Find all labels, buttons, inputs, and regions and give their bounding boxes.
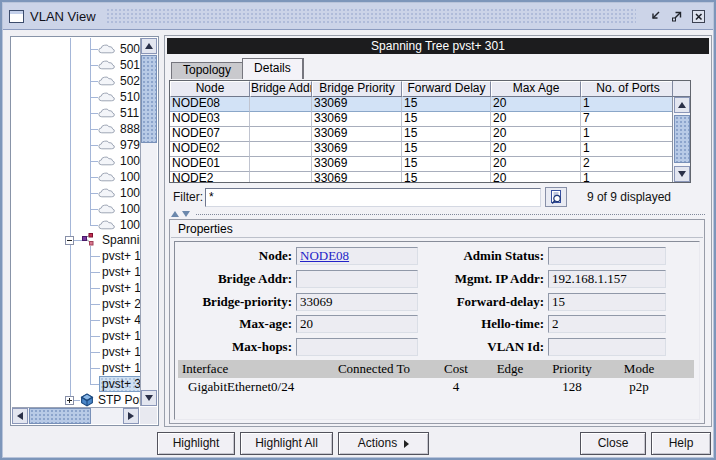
tree-item-vlan[interactable]: 502 bbox=[12, 73, 140, 89]
tree-item-vlan[interactable]: 1004 bbox=[12, 201, 140, 217]
cell-node: NODE08 bbox=[170, 97, 250, 112]
splitter-dotted-line bbox=[196, 214, 705, 215]
table-row[interactable]: NODE083306915201 bbox=[170, 97, 672, 112]
tree-hscroll-thumb[interactable] bbox=[29, 408, 91, 424]
close-button[interactable]: Close bbox=[580, 432, 646, 455]
tree-item-vlan[interactable]: 888 bbox=[12, 121, 140, 137]
tree-item-pvst[interactable]: pvst+ 10 bbox=[12, 264, 140, 280]
highlight-button[interactable]: Highlight bbox=[157, 432, 235, 455]
tree-item-stp-ports[interactable]: STP Por bbox=[12, 392, 140, 407]
tree-item-label: pvst+ 22 bbox=[102, 296, 140, 312]
tree-item-vlan[interactable]: 500 bbox=[12, 41, 140, 57]
vlan-cloud-icon bbox=[97, 171, 116, 183]
column-header-edge[interactable]: Edge bbox=[482, 360, 538, 378]
stp-ports-cube-icon bbox=[79, 393, 95, 407]
tree-vscroll-thumb[interactable] bbox=[141, 55, 157, 143]
vlan-id-field bbox=[548, 338, 666, 356]
splitter-down-icon[interactable] bbox=[182, 211, 190, 217]
tree-item-vlan[interactable]: 510 bbox=[12, 89, 140, 105]
tree-horizontal-scrollbar[interactable] bbox=[12, 407, 139, 424]
split-pane-divider[interactable] bbox=[169, 210, 705, 218]
close-window-icon[interactable] bbox=[689, 7, 707, 25]
tab-topology[interactable]: Topology bbox=[171, 62, 243, 79]
column-header-cost[interactable]: Cost bbox=[430, 360, 482, 378]
collapse-expander-icon[interactable] bbox=[65, 236, 74, 245]
column-header-max-age[interactable]: Max Age bbox=[491, 81, 581, 97]
tree-item-vlan[interactable]: 1000 bbox=[12, 153, 140, 169]
bridge-addr-field bbox=[296, 270, 418, 288]
tree-item-label: pvst+ 12 bbox=[102, 344, 140, 360]
tree-item-pvst-selected[interactable]: pvst+ 30 bbox=[12, 376, 140, 392]
tree-item-vlan[interactable]: 1002 bbox=[12, 169, 140, 185]
table-vertical-scrollbar[interactable] bbox=[672, 97, 690, 182]
minimize-icon[interactable] bbox=[647, 7, 665, 25]
tree-item-pvst[interactable]: pvst+ 1 bbox=[12, 248, 140, 264]
table-row[interactable]: NODE013306915202 bbox=[170, 157, 672, 172]
interface-table-header: Interface Connected To Cost Edge Priorit… bbox=[178, 360, 694, 378]
forward-delay-label: Forward-delay: bbox=[422, 294, 544, 310]
tree-item-label: 502 bbox=[120, 73, 140, 89]
tree-item-pvst[interactable]: pvst+ 22 bbox=[12, 296, 140, 312]
scroll-down-icon[interactable] bbox=[674, 166, 690, 182]
column-header-priority[interactable]: Priority bbox=[538, 360, 606, 378]
cell-priority: 128 bbox=[538, 378, 606, 397]
column-header-bridge-priority[interactable]: Bridge Priority bbox=[312, 81, 402, 97]
actions-button[interactable]: Actions bbox=[338, 432, 429, 455]
table-vscroll-thumb[interactable] bbox=[674, 115, 690, 163]
cell-bridge-addr bbox=[250, 97, 312, 112]
tree-vertical-scrollbar[interactable] bbox=[140, 38, 157, 406]
tree-item-pvst[interactable]: pvst+ 12 bbox=[12, 344, 140, 360]
tree-item-vlan[interactable]: 501 bbox=[12, 57, 140, 73]
table-row[interactable]: NODE023306915201 bbox=[170, 142, 672, 157]
tree-item-spanning-tree[interactable]: Spannin bbox=[12, 232, 140, 248]
column-header-interface[interactable]: Interface bbox=[178, 360, 318, 378]
bridge-priority-field: 33069 bbox=[296, 293, 418, 311]
tree-item-pvst[interactable]: pvst+ 12 bbox=[12, 328, 140, 344]
column-header-connected-to[interactable]: Connected To bbox=[318, 360, 430, 378]
scroll-up-icon[interactable] bbox=[141, 38, 157, 54]
max-age-label: Max-age: bbox=[178, 316, 292, 332]
tree-item-label: 500 bbox=[120, 41, 140, 57]
column-header-mode[interactable]: Mode bbox=[606, 360, 672, 378]
scroll-up-icon[interactable] bbox=[674, 97, 690, 113]
cell-bridge-addr bbox=[250, 112, 312, 127]
table-row[interactable]: NODE23306915201 bbox=[170, 172, 672, 182]
window-titlebar[interactable]: VLAN View bbox=[3, 3, 713, 30]
vlan-cloud-icon bbox=[97, 43, 116, 55]
max-hops-field bbox=[296, 338, 418, 356]
tree-item-vlan[interactable]: 1005 bbox=[12, 217, 140, 233]
scroll-down-icon[interactable] bbox=[141, 390, 157, 406]
scroll-right-icon[interactable] bbox=[123, 408, 139, 424]
tree-item-vlan[interactable]: 511 bbox=[12, 105, 140, 121]
filter-search-icon[interactable] bbox=[545, 187, 567, 207]
cell-bridge-addr bbox=[250, 127, 312, 142]
interface-row[interactable]: GigabitEthernet0/24 4 128 p2p bbox=[178, 378, 694, 397]
node-link[interactable]: NODE08 bbox=[300, 248, 349, 263]
vlan-cloud-icon bbox=[97, 203, 116, 215]
maximize-icon[interactable] bbox=[668, 7, 686, 25]
column-header-no-of-ports[interactable]: No. of Ports bbox=[581, 81, 674, 97]
table-row[interactable]: NODE033306915207 bbox=[170, 112, 672, 127]
tree-item-pvst[interactable]: pvst+ 12 bbox=[12, 280, 140, 296]
table-row[interactable]: NODE073306915201 bbox=[170, 127, 672, 142]
expand-expander-icon[interactable] bbox=[65, 396, 74, 405]
tree-item-pvst[interactable]: pvst+ 43 bbox=[12, 312, 140, 328]
help-button[interactable]: Help bbox=[651, 432, 711, 455]
tree-item-vlan[interactable]: 979 bbox=[12, 137, 140, 153]
filter-input[interactable] bbox=[205, 188, 541, 207]
highlight-all-button[interactable]: Highlight All bbox=[240, 432, 333, 455]
tree-item-vlan[interactable]: 1003 bbox=[12, 185, 140, 201]
column-header-node[interactable]: Node bbox=[170, 81, 250, 97]
column-header-bridge-addr[interactable]: Bridge Addr bbox=[250, 81, 312, 97]
tab-details[interactable]: Details bbox=[242, 58, 304, 79]
scroll-left-icon[interactable] bbox=[12, 408, 28, 424]
cell-bridge-addr bbox=[250, 142, 312, 157]
column-header-forward-delay[interactable]: Forward Delay bbox=[402, 81, 491, 97]
tree-item-pvst[interactable]: pvst+ 16 bbox=[12, 360, 140, 376]
titlebar-texture bbox=[106, 8, 636, 25]
cell-forward-delay: 15 bbox=[402, 127, 491, 142]
spanning-tree-icon bbox=[81, 233, 95, 246]
tree-item-label: 888 bbox=[120, 121, 140, 137]
splitter-up-icon[interactable] bbox=[171, 211, 179, 217]
nodes-table-header: Node Bridge Addr Bridge Priority Forward… bbox=[170, 81, 690, 97]
